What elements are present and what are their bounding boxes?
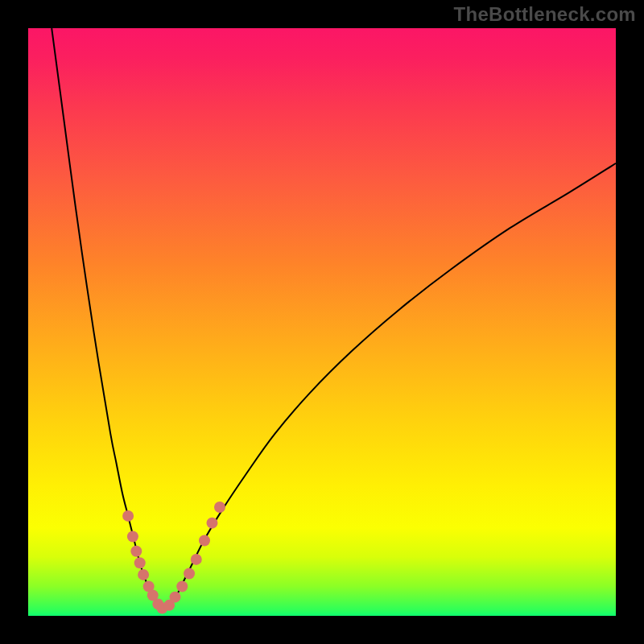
curve-marker (199, 535, 210, 547)
curve-marker (191, 554, 202, 565)
curve-marker (184, 568, 195, 579)
curve-marker (214, 502, 225, 513)
markers-left (122, 510, 167, 614)
watermark-text: TheBottleneck.com (454, 3, 636, 26)
curves-layer (28, 28, 616, 616)
chart-frame: TheBottleneck.com (0, 0, 644, 644)
curve-marker (176, 581, 188, 592)
curve-marker (170, 592, 181, 603)
curve-marker (130, 546, 142, 557)
curve-marker (134, 557, 146, 568)
left-curve (52, 28, 163, 610)
plot-area (28, 28, 616, 616)
markers-right (163, 502, 225, 611)
curve-marker (127, 530, 138, 542)
curve-marker (206, 518, 217, 529)
curve-marker (122, 510, 134, 522)
curve-marker (138, 569, 149, 580)
right-curve (163, 163, 616, 610)
